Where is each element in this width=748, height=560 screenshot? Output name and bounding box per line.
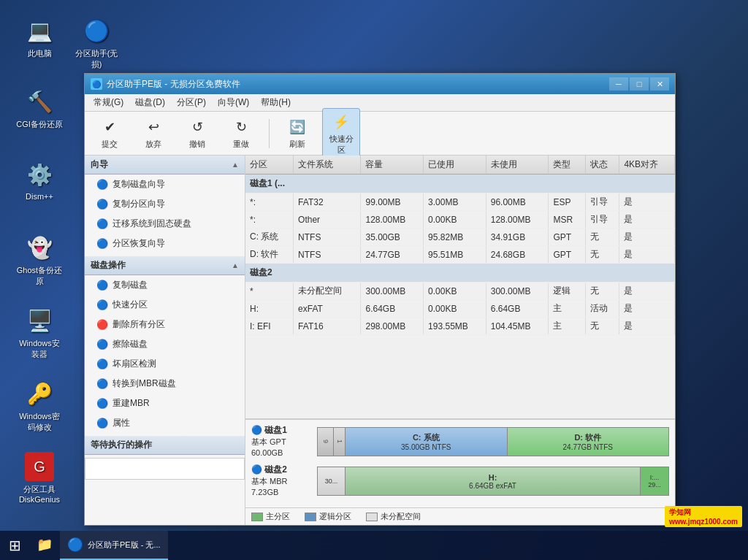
table-row-disk2-part3[interactable]: I: EFIFAT16298.00MB193.55MB104.45MB主无是	[245, 318, 675, 335]
sidebar-item-migrate-ssd[interactable]: 🔵 迁移系统到固态硬盘	[85, 214, 245, 234]
legend-unalloc-color	[366, 513, 378, 521]
cell-d1p4-col5: GPT	[549, 246, 585, 264]
sidebar-header-disk-ops[interactable]: 磁盘操作 ▲	[85, 256, 245, 275]
maximize-button[interactable]: □	[630, 77, 649, 91]
partition-table-area: 分区 文件系统 容量 已使用 未使用 类型 状态 4KB对齐 磁盘1 (...*…	[245, 156, 675, 419]
discard-button[interactable]: ↩ 放弃	[134, 113, 172, 153]
sidebar-item-bad-sector[interactable]: 🔵 坏扇区检测	[85, 354, 245, 374]
sidebar-item-delete-all[interactable]: 🔴 删除所有分区	[85, 315, 245, 334]
recover-partition-label: 分区恢复向导	[112, 237, 165, 250]
cell-d1p3-col2: 35.00GB	[361, 229, 424, 246]
disk1-seg-esp[interactable]: 9	[318, 428, 334, 456]
disk1-type: 基本 GPT	[251, 437, 317, 448]
cell-d1p1-col4: 96.00MB	[486, 193, 549, 211]
sidebar-header-wizard[interactable]: 向导 ▲	[85, 156, 245, 174]
menu-partition[interactable]: 分区(P)	[171, 95, 212, 110]
legend-primary-label: 主分区	[266, 511, 290, 522]
cgi-label: CGI备份还原	[16, 119, 63, 130]
diskgenius-label: 分区工具DiskGenius	[16, 484, 63, 504]
disk2-header-row[interactable]: 磁盘2	[245, 264, 675, 283]
disk2-i-label: I:...	[650, 474, 660, 481]
disk1-c-label: C: 系统	[413, 432, 440, 443]
menu-help[interactable]: 帮助(H)	[255, 95, 297, 110]
disk2-vis-row: 🔵 磁盘2 基本 MBR 7.23GB 30... H: 6.64GB exFA…	[251, 464, 669, 499]
desktop-icon-windows-pwd[interactable]: 🔑 Windows密码修改	[13, 376, 66, 436]
desktop-icon-dism[interactable]: ⚙️ Dism++	[13, 157, 66, 204]
cell-d1p1-col0: *:	[245, 193, 294, 211]
desktop-icon-partition-assistant[interactable]: 🔵 分区助手(无损)	[67, 13, 126, 73]
sidebar-item-quick-part[interactable]: 🔵 快速分区	[85, 295, 245, 315]
disk2-vis-label: 🔵 磁盘2 基本 MBR 7.23GB	[251, 464, 317, 499]
sidebar-header-pending[interactable]: 等待执行的操作	[85, 436, 245, 455]
taskbar-app-icon: 🔵	[67, 537, 83, 553]
convert-mbr-icon: 🔵	[96, 378, 108, 390]
disk1-name: 🔵 磁盘1	[251, 424, 317, 437]
redo-button[interactable]: ↻ 重做	[222, 113, 260, 153]
disk2-seg-unalloc[interactable]: 30...	[318, 467, 346, 495]
cell-d2p1-col3: 0.00KB	[424, 283, 486, 300]
disk2-seg-h[interactable]: H: 6.64GB exFAT	[346, 467, 641, 495]
disk1-header-row[interactable]: 磁盘1 (...	[245, 174, 675, 193]
cell-d2p2-col0: H:	[245, 300, 294, 318]
cell-d1p4-col2: 24.77GB	[361, 246, 424, 264]
quick-partition-button[interactable]: ⚡ 快速分区	[322, 108, 360, 159]
legend-primary: 主分区	[251, 511, 290, 522]
toolbar-separator	[269, 119, 270, 148]
sidebar-item-copy-disk[interactable]: 🔵 复制磁盘向导	[85, 174, 245, 194]
desktop-icon-diskgenius[interactable]: G 分区工具DiskGenius	[13, 449, 66, 507]
refresh-button[interactable]: 🔄 刷新	[278, 113, 316, 153]
table-row-disk1-part2[interactable]: *:Other128.00MB0.00KB128.00MBMSR引导是	[245, 211, 675, 229]
desktop-icon-my-computer[interactable]: 💻 此电脑	[13, 13, 66, 62]
disk2-vis-bar[interactable]: 30... H: 6.64GB exFAT I:... 29...	[317, 467, 669, 496]
menu-disk[interactable]: 磁盘(D)	[129, 95, 171, 110]
sidebar-item-copy-partition[interactable]: 🔵 复制分区向导	[85, 194, 245, 214]
menu-bar: 常规(G) 磁盘(D) 分区(P) 向导(W) 帮助(H)	[85, 94, 675, 112]
disk1-seg-c[interactable]: C: 系统 35.00GB NTFS	[346, 428, 508, 456]
sidebar-item-wipe[interactable]: 🔵 擦除磁盘	[85, 334, 245, 354]
table-row-disk1-part1[interactable]: *:FAT3299.00MB3.00MB96.00MBESP引导是	[245, 193, 675, 211]
disk-ops-collapse-icon: ▲	[232, 261, 239, 269]
sidebar-item-properties[interactable]: 🔵 属性	[85, 413, 245, 433]
quick-partition-icon: ⚡	[331, 112, 351, 132]
copy-disk-label: 复制磁盘向导	[112, 178, 165, 191]
properties-icon: 🔵	[96, 418, 108, 429]
watermark: 学知网 www.jmqz1000.com	[665, 506, 742, 527]
cell-d2p2-col1: exFAT	[294, 300, 361, 318]
desktop-icon-ghost[interactable]: 👻 Ghost备份还原	[13, 230, 66, 290]
table-row-disk2-part2[interactable]: H:exFAT6.64GB0.00KB6.64GB主活动是	[245, 300, 675, 318]
table-row-disk1-part4[interactable]: D: 软件NTFS24.77GB95.51MB24.68GBGPT无是	[245, 246, 675, 264]
start-button[interactable]: ⊞	[0, 531, 29, 560]
close-button[interactable]: ✕	[650, 77, 669, 91]
desktop-icon-cgi[interactable]: 🔨 CGI备份还原	[13, 84, 66, 133]
cell-d2p3-col2: 298.00MB	[361, 318, 424, 335]
sidebar-item-convert-mbr[interactable]: 🔵 转换到MBR磁盘	[85, 374, 245, 394]
submit-button[interactable]: ✔ 提交	[91, 113, 129, 153]
convert-mbr-label: 转换到MBR磁盘	[112, 377, 176, 390]
table-row-disk2-part1[interactable]: *未分配空间300.00MB0.00KB300.00MB逻辑无是	[245, 283, 675, 300]
sidebar-item-copy-disk-op[interactable]: 🔵 复制磁盘	[85, 275, 245, 295]
col-partition: 分区	[245, 156, 294, 174]
cell-d1p3-col3: 95.82MB	[424, 229, 486, 246]
disk1-seg-msr[interactable]: 1	[334, 428, 346, 456]
disk1-vis-label: 🔵 磁盘1 基本 GPT 60.00GB	[251, 424, 317, 459]
sidebar-item-rebuild-mbr[interactable]: 🔵 重建MBR	[85, 394, 245, 413]
copy-partition-icon: 🔵	[96, 199, 108, 210]
table-row-disk1-part3[interactable]: C: 系统NTFS35.00GB95.82MB34.91GBGPT无是	[245, 229, 675, 246]
sidebar-disk-ops-title: 磁盘操作	[91, 259, 126, 272]
disk1-vis-bar[interactable]: 9 1 C: 系统 35.00GB NTFS D: 软件 24.77GB NTF…	[317, 427, 669, 456]
undo-button[interactable]: ↺ 撤销	[178, 113, 216, 153]
menu-wizard[interactable]: 向导(W)	[212, 95, 255, 110]
cell-d1p3-col5: GPT	[549, 229, 585, 246]
sidebar-item-recover-partition[interactable]: 🔵 分区恢复向导	[85, 234, 245, 253]
col-4k: 4KB对齐	[619, 156, 675, 174]
minimize-button[interactable]: ─	[609, 77, 628, 91]
copy-partition-label: 复制分区向导	[112, 198, 165, 210]
quick-part-label: 快速分区	[112, 299, 148, 311]
disk1-seg-d[interactable]: D: 软件 24.77GB NTFS	[508, 428, 669, 456]
taskbar-partition-app[interactable]: 🔵 分区助手PE版 - 无...	[60, 531, 168, 560]
taskbar-file-explorer[interactable]: 📁	[29, 531, 60, 560]
cell-d2p2-col4: 6.64GB	[486, 300, 549, 318]
disk2-seg-i[interactable]: I:... 29...	[641, 467, 668, 495]
desktop-icon-windows-install[interactable]: 🖥️ Windows安装器	[13, 303, 66, 363]
menu-general[interactable]: 常规(G)	[88, 95, 129, 110]
